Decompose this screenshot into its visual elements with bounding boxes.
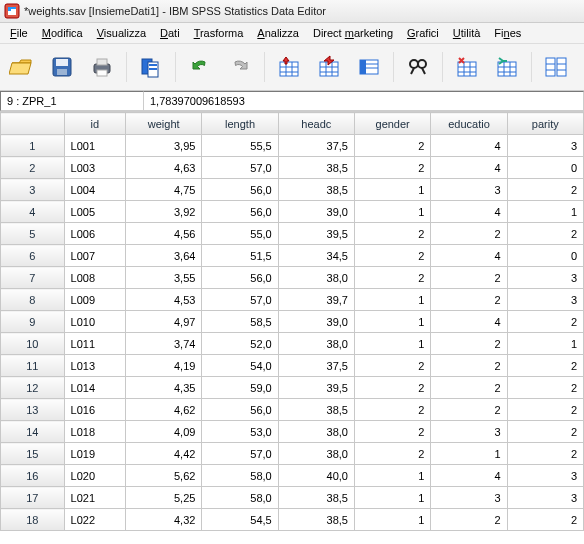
cell-weight[interactable]: 3,74: [126, 333, 202, 355]
cell-weight[interactable]: 3,64: [126, 245, 202, 267]
cell-id[interactable]: L001: [64, 135, 125, 157]
row-header[interactable]: 5: [1, 223, 65, 245]
cell-id[interactable]: L004: [64, 179, 125, 201]
cell-educatio[interactable]: 4: [431, 465, 507, 487]
cell-educatio[interactable]: 4: [431, 311, 507, 333]
cell-parity[interactable]: 2: [507, 179, 583, 201]
row-header[interactable]: 12: [1, 377, 65, 399]
cell-gender[interactable]: 1: [355, 289, 431, 311]
cell-gender[interactable]: 2: [355, 157, 431, 179]
menu-analizza[interactable]: Analizza: [251, 25, 305, 41]
cell-educatio[interactable]: 4: [431, 201, 507, 223]
table-row[interactable]: 17L0215,2558,038,5133: [1, 487, 584, 509]
cell-parity[interactable]: 1: [507, 333, 583, 355]
cell-gender[interactable]: 1: [355, 465, 431, 487]
cell-weight[interactable]: 3,55: [126, 267, 202, 289]
menu-file[interactable]: File: [4, 25, 34, 41]
table-row[interactable]: 1L0013,9555,537,5243: [1, 135, 584, 157]
col-header-length[interactable]: length: [202, 113, 278, 135]
col-header-id[interactable]: id: [64, 113, 125, 135]
row-header[interactable]: 9: [1, 311, 65, 333]
cell-id[interactable]: L008: [64, 267, 125, 289]
table-row[interactable]: 14L0184,0953,038,0232: [1, 421, 584, 443]
table-row[interactable]: 4L0053,9256,039,0141: [1, 201, 584, 223]
cell-gender[interactable]: 2: [355, 245, 431, 267]
cell-length[interactable]: 59,0: [202, 377, 278, 399]
cell-gender[interactable]: 2: [355, 267, 431, 289]
insert-variable-button[interactable]: [489, 49, 525, 85]
row-header[interactable]: 10: [1, 333, 65, 355]
cell-gender[interactable]: 2: [355, 223, 431, 245]
table-row[interactable]: 16L0205,6258,040,0143: [1, 465, 584, 487]
cell-gender[interactable]: 1: [355, 179, 431, 201]
menu-utilita[interactable]: Utilità: [447, 25, 487, 41]
cell-parity[interactable]: 2: [507, 355, 583, 377]
cell-id[interactable]: L020: [64, 465, 125, 487]
cell-educatio[interactable]: 2: [431, 267, 507, 289]
open-button[interactable]: [4, 49, 40, 85]
recall-dialog-button[interactable]: [133, 49, 169, 85]
cell-id[interactable]: L018: [64, 421, 125, 443]
cell-parity[interactable]: 1: [507, 201, 583, 223]
cell-gender[interactable]: 2: [355, 399, 431, 421]
cell-length[interactable]: 54,5: [202, 509, 278, 531]
cell-length[interactable]: 52,0: [202, 333, 278, 355]
cell-educatio[interactable]: 3: [431, 179, 507, 201]
split-file-button[interactable]: [538, 49, 574, 85]
cell-headc[interactable]: 38,5: [278, 179, 354, 201]
table-row[interactable]: 15L0194,4257,038,0212: [1, 443, 584, 465]
table-row[interactable]: 13L0164,6256,038,5222: [1, 399, 584, 421]
cell-length[interactable]: 57,0: [202, 289, 278, 311]
cell-headc[interactable]: 37,5: [278, 355, 354, 377]
variables-button[interactable]: [351, 49, 387, 85]
cell-parity[interactable]: 2: [507, 223, 583, 245]
cell-length[interactable]: 51,5: [202, 245, 278, 267]
col-header-parity[interactable]: parity: [507, 113, 583, 135]
cell-weight[interactable]: 4,19: [126, 355, 202, 377]
cell-educatio[interactable]: 3: [431, 487, 507, 509]
row-header[interactable]: 14: [1, 421, 65, 443]
row-header[interactable]: 13: [1, 399, 65, 421]
col-header-educatio[interactable]: educatio: [431, 113, 507, 135]
menu-dati[interactable]: Dati: [154, 25, 186, 41]
cell-gender[interactable]: 1: [355, 487, 431, 509]
cell-headc[interactable]: 38,5: [278, 399, 354, 421]
cell-id[interactable]: L021: [64, 487, 125, 509]
cell-id[interactable]: L016: [64, 399, 125, 421]
data-grid[interactable]: id weight length headc gender educatio p…: [0, 112, 584, 531]
cell-length[interactable]: 53,0: [202, 421, 278, 443]
cell-parity[interactable]: 2: [507, 311, 583, 333]
cell-parity[interactable]: 2: [507, 377, 583, 399]
cell-length[interactable]: 58,0: [202, 465, 278, 487]
cell-gender[interactable]: 2: [355, 421, 431, 443]
cell-id[interactable]: L003: [64, 157, 125, 179]
cell-weight[interactable]: 4,56: [126, 223, 202, 245]
table-row[interactable]: 18L0224,3254,538,5122: [1, 509, 584, 531]
cell-gender[interactable]: 2: [355, 355, 431, 377]
save-button[interactable]: [44, 49, 80, 85]
cell-id[interactable]: L010: [64, 311, 125, 333]
cell-id[interactable]: L019: [64, 443, 125, 465]
goto-case-button[interactable]: [271, 49, 307, 85]
table-row[interactable]: 12L0144,3559,039,5222: [1, 377, 584, 399]
cell-length[interactable]: 57,0: [202, 443, 278, 465]
cell-weight[interactable]: 3,95: [126, 135, 202, 157]
row-header[interactable]: 15: [1, 443, 65, 465]
cell-parity[interactable]: 3: [507, 487, 583, 509]
table-row[interactable]: 3L0044,7556,038,5132: [1, 179, 584, 201]
cell-parity[interactable]: 2: [507, 509, 583, 531]
cell-id[interactable]: L009: [64, 289, 125, 311]
menu-visualizza[interactable]: Visualizza: [91, 25, 152, 41]
table-row[interactable]: 11L0134,1954,037,5222: [1, 355, 584, 377]
cell-id[interactable]: L022: [64, 509, 125, 531]
cell-headc[interactable]: 39,7: [278, 289, 354, 311]
cell-headc[interactable]: 38,0: [278, 267, 354, 289]
cell-id[interactable]: L013: [64, 355, 125, 377]
cell-id[interactable]: L011: [64, 333, 125, 355]
cell-educatio[interactable]: 1: [431, 443, 507, 465]
row-header[interactable]: 3: [1, 179, 65, 201]
cell-parity[interactable]: 3: [507, 465, 583, 487]
cell-length[interactable]: 56,0: [202, 201, 278, 223]
table-row[interactable]: 2L0034,6357,038,5240: [1, 157, 584, 179]
menu-modifica[interactable]: Modifica: [36, 25, 89, 41]
